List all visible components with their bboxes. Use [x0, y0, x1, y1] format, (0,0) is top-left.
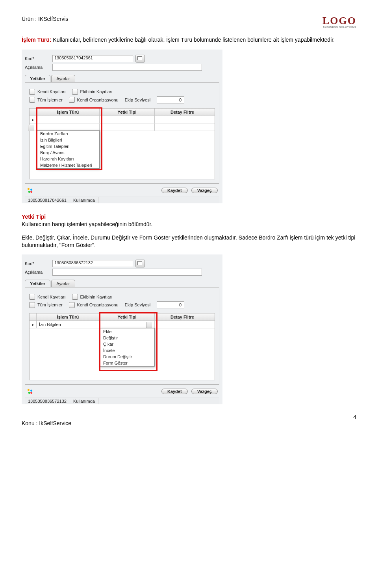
permissions-grid: İşlem Türü Yetki Tipi Detay Filtre ▸ İzi…	[29, 313, 215, 380]
tab-ayarlar[interactable]: Ayarlar	[51, 280, 75, 287]
islem-turu-dropdown[interactable]: Bordro Zarflarıİzin BilgileriEğitim Tale…	[37, 130, 100, 169]
checkbox-icon	[69, 97, 75, 103]
screenshot-2: Kod* 1305050836572132 Açıklama Yetkiler …	[22, 254, 356, 404]
ekip-seviyesi-input[interactable]: 0	[157, 96, 184, 103]
logo-text: LOGO	[322, 15, 356, 26]
ekip-seviyesi-input[interactable]: 0	[157, 301, 184, 308]
chk-kendi-org[interactable]: Kendi Organizasyonu	[69, 302, 119, 308]
cancel-button[interactable]: Vazgeç	[191, 389, 218, 394]
islem-turu-cell[interactable]: İzin Bilgileri	[37, 321, 100, 328]
chk-kendi-kayitlari[interactable]: Kendi Kayıtları	[29, 89, 66, 95]
colors-icon[interactable]	[26, 187, 33, 194]
checkbox-icon	[69, 302, 75, 308]
dropdown-item[interactable]: İzin Bilgileri	[37, 137, 99, 143]
status-bar: 1305050817042661 Kullanımda	[25, 197, 219, 203]
detay-filtre-cell[interactable]	[155, 321, 210, 328]
brand-logo: LOGO BUSINESS SOLUTIONS	[322, 16, 356, 28]
page-footer: 4 Konu : IkSelfService	[22, 420, 356, 426]
checkbox-icon	[72, 294, 78, 300]
status-code: 1305050817042661	[25, 197, 70, 203]
chk-kendi-org[interactable]: Kendi Organizasyonu	[69, 97, 119, 103]
status-code: 1305050836572132	[25, 398, 70, 404]
permissions-grid: İşlem Türü Yetki Tipi Detay Filtre ▸	[29, 108, 215, 179]
kod-label: Kod*	[25, 261, 52, 266]
dropdown-item[interactable]: Değiştir	[100, 335, 154, 341]
yetki-tipi-heading: Yetki Tipi	[22, 214, 46, 220]
page-number: 4	[353, 414, 356, 420]
dropdown-item[interactable]: Borç / Avans	[37, 149, 99, 156]
islem-turu-cell[interactable]	[37, 116, 100, 123]
aciklama-label: Açıklama	[25, 270, 52, 275]
checkbox-icon	[29, 302, 35, 308]
intro-lead: İşlem Türü:	[22, 37, 51, 43]
chk-ekibinin-kayitlari[interactable]: Ekibinin Kayıtları	[72, 89, 113, 95]
yetki-tipi-paragraph: Ekle, Değiştir, Çıkar, İncele, Durumu De…	[22, 234, 356, 249]
cancel-button[interactable]: Vazgeç	[191, 188, 218, 193]
yetki-tipi-line: Kullanıcının hangi işlemleri yapabileceğ…	[22, 221, 152, 227]
status-bar: 1305050836572132 Kullanımda	[25, 398, 219, 404]
yetki-tipi-cell[interactable]	[100, 116, 155, 123]
yetki-tipi-dropdown[interactable]: EkleDeğiştirÇıkarİnceleDurum DeğiştirFor…	[100, 328, 155, 367]
ekip-seviyesi-label: Ekip Seviyesi	[125, 302, 150, 307]
yetki-tipi-section: Yetki Tipi Kullanıcının hangi işlemleri …	[22, 213, 356, 228]
checkbox-icon	[29, 97, 35, 103]
colors-icon[interactable]	[26, 388, 33, 395]
logo-subtext: BUSINESS SOLUTIONS	[322, 26, 356, 28]
kod-picker-button[interactable]	[135, 55, 145, 63]
row-marker: ▸	[30, 321, 37, 328]
product-line: Ürün : IKSelfServis	[22, 16, 68, 22]
save-button[interactable]: Kaydet	[161, 389, 188, 394]
dropdown-item[interactable]: Eğitim Talepleri	[37, 143, 99, 149]
chevron-down-icon[interactable]	[146, 322, 152, 328]
footer-topic: Konu : IkSelfService	[22, 420, 71, 426]
checkbox-icon	[29, 89, 35, 95]
checkbox-icon	[29, 294, 35, 300]
dropdown-item[interactable]: Çıkar	[100, 341, 154, 347]
dropdown-item[interactable]: Form Göster	[100, 360, 154, 366]
screenshot-1: Kod* 1305050817042661 Açıklama Yetkiler …	[22, 50, 356, 203]
col-islem-turu[interactable]: İşlem Türü	[37, 313, 100, 321]
dropdown-item[interactable]: İncele	[100, 347, 154, 354]
aciklama-input[interactable]	[52, 269, 202, 276]
dropdown-item[interactable]: Harcırah Kayıtları	[37, 156, 99, 162]
chk-ekibinin-kayitlari[interactable]: Ekibinin Kayıtları	[72, 294, 113, 300]
col-yetki-tipi[interactable]: Yetki Tipi	[100, 109, 155, 116]
save-button[interactable]: Kaydet	[161, 188, 188, 193]
chevron-down-icon[interactable]	[28, 125, 34, 131]
chk-tum-islemler[interactable]: Tüm İşlemler	[29, 302, 63, 308]
dropdown-item[interactable]: Durum Değiştir	[100, 354, 154, 360]
kod-input[interactable]: 1305050836572132	[52, 260, 133, 267]
kod-input[interactable]: 1305050817042661	[52, 55, 133, 62]
col-detay-filtre[interactable]: Detay Filtre	[155, 313, 210, 321]
tabs: Yetkiler Ayarlar	[25, 75, 219, 82]
tab-ayarlar[interactable]: Ayarlar	[51, 75, 75, 82]
dropdown-item[interactable]: Malzeme / Hizmet Talepleri	[37, 162, 99, 168]
dropdown-item[interactable]: Bordro Zarfları	[37, 131, 99, 137]
chk-kendi-kayitlari[interactable]: Kendi Kayıtları	[29, 294, 66, 300]
detay-filtre-cell[interactable]	[155, 116, 210, 123]
aciklama-input[interactable]	[52, 64, 202, 71]
col-islem-turu[interactable]: İşlem Türü	[37, 109, 100, 116]
aciklama-label: Açıklama	[25, 65, 52, 70]
col-detay-filtre[interactable]: Detay Filtre	[155, 109, 210, 116]
tab-yetkiler[interactable]: Yetkiler	[25, 280, 50, 287]
status-text: Kullanımda	[70, 398, 98, 404]
yetki-tipi-cell[interactable]	[100, 321, 155, 328]
row-marker[interactable]	[30, 123, 37, 131]
ekip-seviyesi-label: Ekip Seviyesi	[125, 98, 150, 102]
intro-rest: Kullanıcılar, belirlenen yetkilerine bağ…	[51, 37, 335, 43]
row-marker-header	[30, 109, 37, 116]
tab-yetkiler[interactable]: Yetkiler	[25, 75, 50, 82]
status-text: Kullanımda	[70, 197, 98, 203]
intro-paragraph: İşlem Türü: Kullanıcılar, belirlenen yet…	[22, 36, 356, 44]
col-yetki-tipi[interactable]: Yetki Tipi	[100, 313, 155, 321]
kod-label: Kod*	[25, 56, 52, 61]
page-header: Ürün : IKSelfServis LOGO BUSINESS SOLUTI…	[22, 16, 356, 28]
kod-picker-button[interactable]	[135, 260, 145, 267]
row-marker: ▸	[30, 116, 37, 123]
dropdown-item[interactable]: Ekle	[100, 328, 154, 335]
checkbox-icon	[72, 89, 78, 95]
chk-tum-islemler[interactable]: Tüm İşlemler	[29, 97, 63, 103]
